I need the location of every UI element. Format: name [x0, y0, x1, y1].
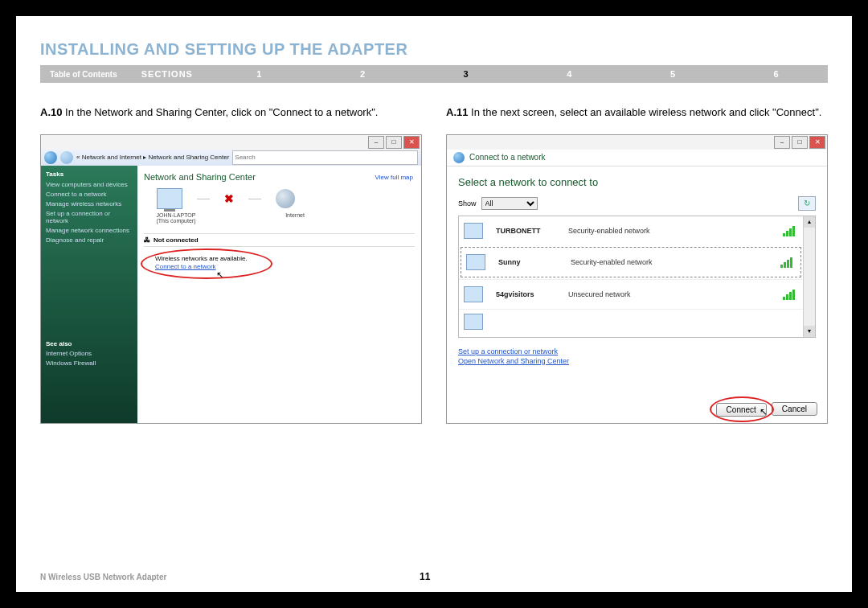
scroll-up-icon[interactable]: ▴ — [804, 216, 815, 228]
dialog-icon — [453, 152, 465, 163]
search-input[interactable] — [232, 150, 418, 165]
network-row[interactable] — [459, 309, 803, 334]
internet-label: Internet — [269, 212, 321, 224]
not-connected-row: 🖧 Not connected — [144, 233, 415, 247]
section-3[interactable]: 3 — [414, 69, 518, 79]
dialog-header: Select a network to connect to — [458, 176, 816, 188]
breadcrumb[interactable]: « Network and Internet ▸ Network and Sha… — [76, 154, 229, 161]
sidebar-link[interactable]: Connect to a network — [46, 191, 133, 198]
show-select[interactable]: All — [481, 197, 538, 210]
signal-icon — [783, 225, 795, 236]
maximize-button[interactable]: □ — [792, 136, 808, 149]
scrollbar[interactable]: ▴ ▾ — [803, 216, 815, 337]
window-controls: – □ ✕ — [41, 135, 421, 150]
section-1[interactable]: 1 — [207, 69, 311, 79]
tasks-heading: Tasks — [46, 170, 133, 178]
page-number: 11 — [420, 571, 430, 582]
annotation-circle — [141, 249, 272, 279]
section-6[interactable]: 6 — [724, 69, 828, 79]
signal-icon — [780, 257, 792, 268]
maximize-button[interactable]: □ — [386, 136, 402, 149]
section-5[interactable]: 5 — [621, 69, 725, 79]
address-bar: « Network and Internet ▸ Network and Sha… — [41, 150, 421, 166]
right-column: A.11 In the next screen, select an avail… — [446, 105, 828, 424]
panel-header: Network and Sharing Center — [144, 172, 415, 182]
sidebar-link[interactable]: Set up a connection or network — [46, 210, 133, 224]
internet-icon — [276, 189, 295, 208]
computer-icon — [157, 188, 182, 209]
network-name: TURBONETT — [496, 227, 568, 235]
step-text: In the next screen, select an available … — [471, 106, 821, 118]
view-full-map-link[interactable]: View full map — [375, 174, 413, 181]
network-icon — [466, 254, 485, 270]
cursor-icon: ↖ — [760, 406, 768, 417]
dialog-title-bar: Connect to a network — [447, 150, 827, 166]
screenshot-connect-dialog: – □ ✕ Connect to a network Select a netw… — [446, 134, 828, 424]
network-type: Security-enabled network — [568, 227, 650, 235]
back-icon[interactable] — [44, 151, 57, 164]
page-footer: N Wireless USB Network Adapter 11 — [40, 571, 828, 582]
setup-connection-link[interactable]: Set up a connection or network — [458, 347, 816, 355]
refresh-button[interactable]: ↻ — [798, 196, 816, 211]
network-type: Unsecured network — [568, 290, 631, 298]
show-label: Show — [458, 199, 477, 207]
minimize-button[interactable]: – — [368, 136, 384, 149]
pc-sublabel: (This computer) — [156, 218, 195, 224]
minimize-button[interactable]: – — [774, 136, 790, 149]
network-icon: 🖧 — [144, 236, 150, 244]
screenshot-network-sharing: – □ ✕ « Network and Internet ▸ Network a… — [40, 134, 422, 424]
step-num: A.10 — [40, 106, 62, 118]
open-sharing-center-link[interactable]: Open Network and Sharing Center — [458, 357, 816, 365]
step-text: In the Network and Sharing Center, click… — [65, 106, 378, 118]
network-row-selected[interactable]: Sunny Security-enabled network — [461, 247, 801, 277]
step-a11: A.11 In the next screen, select an avail… — [446, 105, 828, 120]
left-column: A.10 In the Network and Sharing Center, … — [40, 105, 422, 424]
close-button[interactable]: ✕ — [809, 136, 825, 149]
show-filter-row: Show All ↻ — [458, 196, 816, 211]
section-nav: Table of Contents SECTIONS 1 2 3 4 5 6 — [40, 65, 828, 83]
step-a10: A.10 In the Network and Sharing Center, … — [40, 105, 422, 120]
cancel-button[interactable]: Cancel — [772, 402, 817, 416]
product-name: N Wireless USB Network Adapter — [40, 573, 166, 581]
manual-page: INSTALLING AND SETTING UP THE ADAPTER Ta… — [16, 16, 852, 592]
network-row[interactable]: TURBONETT Security-enabled network — [459, 216, 803, 245]
window-controls: – □ ✕ — [447, 135, 827, 150]
section-2[interactable]: 2 — [311, 69, 415, 79]
network-icon — [464, 286, 483, 302]
section-4[interactable]: 4 — [518, 69, 621, 79]
see-also-heading: See also — [46, 340, 133, 347]
network-icon — [464, 314, 483, 330]
network-icon — [464, 223, 483, 239]
network-list: TURBONETT Security-enabled network Sunny… — [458, 216, 816, 338]
main-panel: Network and Sharing Center View full map… — [137, 166, 421, 423]
close-button[interactable]: ✕ — [403, 136, 420, 149]
network-name: Sunny — [498, 258, 571, 266]
tasks-sidebar: Tasks View computers and devices Connect… — [41, 166, 137, 423]
network-row[interactable]: 54gvisitors Unsecured network — [459, 279, 803, 309]
network-type: Security-enabled network — [571, 258, 653, 266]
signal-icon — [783, 289, 795, 300]
sidebar-link[interactable]: Internet Options — [46, 350, 133, 357]
disconnected-icon: ✖ — [224, 192, 234, 205]
toc-link[interactable]: Table of Contents — [40, 70, 127, 79]
step-num: A.11 — [446, 106, 468, 118]
sidebar-link[interactable]: Manage wireless networks — [46, 200, 133, 207]
forward-icon[interactable] — [60, 151, 73, 164]
page-title: INSTALLING AND SETTING UP THE ADAPTER — [40, 40, 828, 59]
network-map: —— ✖ —— — [157, 188, 415, 209]
network-name: 54gvisitors — [496, 290, 568, 298]
sections-label: SECTIONS — [127, 69, 207, 79]
sidebar-link[interactable]: Diagnose and repair — [46, 236, 133, 244]
scroll-down-icon[interactable]: ▾ — [804, 326, 815, 337]
sidebar-link[interactable]: Windows Firewall — [46, 359, 133, 367]
pc-label: JOHN-LAPTOP — [157, 212, 196, 218]
sidebar-link[interactable]: View computers and devices — [46, 181, 133, 188]
dialog-title: Connect to a network — [469, 153, 546, 162]
dialog-links: Set up a connection or network Open Netw… — [458, 347, 816, 365]
sidebar-link[interactable]: Manage network connections — [46, 227, 133, 234]
